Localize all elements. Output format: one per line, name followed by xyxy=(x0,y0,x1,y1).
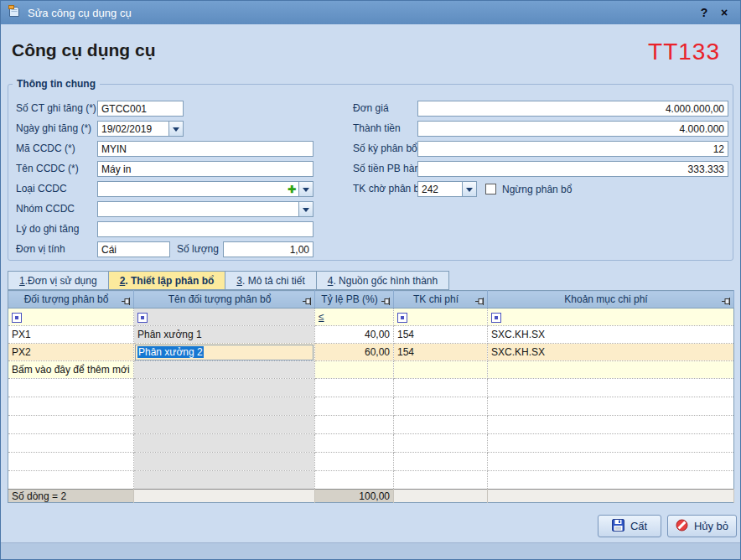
so-ky-input[interactable] xyxy=(417,141,728,157)
save-button[interactable]: Cất xyxy=(598,515,661,537)
cell-ten-doi-tuong-editing[interactable]: Phân xưởng 2 xyxy=(134,344,315,361)
chevron-down-icon[interactable] xyxy=(462,182,476,196)
edit-tool-dialog: Sửa công cụ dụng cụ ? × Công cụ dụng cụ … xyxy=(0,0,741,560)
date-combo[interactable] xyxy=(97,121,184,137)
ly-do-input[interactable] xyxy=(97,221,314,237)
cell-ten-doi-tuong[interactable]: Phân xưởng 1 xyxy=(134,326,315,344)
don-vi-tinh-input[interactable] xyxy=(97,241,170,257)
add-new-icon[interactable]: ✚ xyxy=(285,184,298,194)
ngay-label: Ngày ghi tăng (*) xyxy=(16,121,91,137)
filter-icon[interactable] xyxy=(491,313,501,323)
add-new-cell[interactable] xyxy=(394,361,488,379)
save-button-label: Cất xyxy=(630,520,647,532)
filter-icon[interactable] xyxy=(397,313,407,323)
cell-doi-tuong[interactable]: PX2 xyxy=(8,344,134,361)
pin-icon[interactable] xyxy=(381,296,391,308)
cell-tk-chi-phi[interactable]: 154 xyxy=(394,326,488,344)
add-new-cell[interactable] xyxy=(488,361,734,379)
total-ratio: 100,00 xyxy=(315,490,394,503)
pin-icon[interactable] xyxy=(722,296,731,308)
column-header-khoan-muc[interactable]: Khoản mục chi phí xyxy=(488,291,734,309)
inline-edit-box[interactable]: Phân xưởng 2 xyxy=(135,345,314,360)
thanh-tien-label: Thành tiền xyxy=(353,121,401,137)
table-footer-row: Số dòng = 2 100,00 xyxy=(8,490,734,503)
close-button[interactable]: × xyxy=(717,1,732,24)
empty-row xyxy=(8,453,734,471)
so-tien-pb-input[interactable] xyxy=(417,161,728,177)
tt133-badge: TT133 xyxy=(648,39,720,65)
cell-ty-le[interactable]: 60,00 xyxy=(315,344,394,361)
row-count: Số dòng = 2 xyxy=(8,490,134,503)
cell-doi-tuong[interactable]: PX1 xyxy=(8,326,134,344)
so-luong-input[interactable] xyxy=(223,241,314,257)
ngung-phan-bo-label: Ngừng phân bổ xyxy=(502,184,572,195)
cell-tk-chi-phi[interactable]: 154 xyxy=(394,344,488,361)
filter-icon[interactable] xyxy=(12,313,22,323)
page-title: Công cụ dụng cụ xyxy=(12,40,155,60)
cancel-button-label: Hủy bỏ xyxy=(694,520,728,532)
titlebar: Sửa công cụ dụng cụ ? × xyxy=(1,1,740,24)
date-input[interactable] xyxy=(98,122,168,136)
add-new-cell[interactable]: Bấm vào đây để thêm mới xyxy=(8,361,134,379)
nhom-ccdc-combo[interactable] xyxy=(97,201,314,217)
loai-ccdc-label: Loại CCDC xyxy=(16,181,67,197)
nhom-ccdc-input[interactable] xyxy=(98,202,298,216)
don-gia-input[interactable] xyxy=(417,101,728,117)
floppy-disk-icon xyxy=(612,519,624,534)
table-row: PX1 Phân xưởng 1 40,00 154 SXC.KH.SX xyxy=(8,326,734,344)
ma-ccdc-input[interactable] xyxy=(97,141,314,157)
ma-ccdc-label: Mã CCDC (*) xyxy=(16,141,75,157)
filter-row: ≤ xyxy=(8,309,734,326)
tab-nguon-goc-hinh-thanh[interactable]: 4. Nguồn gốc hình thành xyxy=(316,271,449,290)
tab-mo-ta-chi-tiet[interactable]: 3. Mô tả chi tiết xyxy=(225,271,315,290)
empty-row xyxy=(8,416,734,434)
help-button[interactable]: ? xyxy=(697,1,712,24)
chevron-down-icon[interactable] xyxy=(168,122,183,136)
pin-icon[interactable] xyxy=(303,296,312,308)
so-ct-label: Số CT ghi tăng (*) xyxy=(16,101,96,117)
thanh-tien-input[interactable] xyxy=(417,121,728,137)
filter-icon[interactable] xyxy=(137,313,148,323)
allocation-table: Đối tượng phân bổ Tên đối tượng phân bổ … xyxy=(8,290,734,503)
ngung-phan-bo-checkbox[interactable] xyxy=(485,184,496,194)
filter-cell[interactable] xyxy=(134,309,315,326)
tk-cho-combo[interactable] xyxy=(417,181,477,197)
selected-text: Phân xưởng 2 xyxy=(137,346,204,358)
column-header-ty-le-pb[interactable]: Tỷ lệ PB (%) xyxy=(315,291,394,309)
don-vi-tinh-label: Đơn vị tính xyxy=(16,241,65,257)
tk-cho-input[interactable] xyxy=(418,182,462,196)
loai-ccdc-combo[interactable]: ✚ xyxy=(97,181,314,197)
so-luong-label: Số lượng xyxy=(177,241,219,257)
chevron-down-icon[interactable] xyxy=(298,202,313,216)
pin-icon[interactable] xyxy=(122,296,131,308)
cancel-button[interactable]: Hủy bỏ xyxy=(667,515,737,537)
ten-ccdc-input[interactable] xyxy=(97,161,314,177)
notebook-icon xyxy=(8,4,21,21)
filter-cell[interactable] xyxy=(394,309,488,326)
filter-cell[interactable] xyxy=(8,309,134,326)
tab-thiet-lap-phan-bo[interactable]: 2. Thiết lập phân bổ xyxy=(108,271,225,290)
bottom-strip xyxy=(1,542,740,560)
pin-icon[interactable] xyxy=(475,296,484,308)
cell-ty-le[interactable]: 40,00 xyxy=(315,326,394,344)
so-ct-input[interactable] xyxy=(97,101,184,117)
nhom-ccdc-label: Nhóm CCDC xyxy=(16,201,75,217)
add-new-cell[interactable] xyxy=(134,361,315,379)
table-header-row: Đối tượng phân bổ Tên đối tượng phân bổ … xyxy=(8,291,734,309)
cell-khoan-muc[interactable]: SXC.KH.SX xyxy=(488,326,734,344)
chevron-down-icon[interactable] xyxy=(298,182,313,196)
tab-don-vi-su-dung[interactable]: 1.Đơn vị sử dụng xyxy=(8,271,108,290)
tk-cho-label: TK chờ phân bổ xyxy=(353,181,425,197)
cell-khoan-muc[interactable]: SXC.KH.SX xyxy=(488,344,734,361)
filter-cell[interactable] xyxy=(488,309,734,326)
empty-row xyxy=(8,397,734,416)
less-equal-operator[interactable]: ≤ xyxy=(319,311,324,323)
ten-ccdc-label: Tên CCDC (*) xyxy=(16,161,79,177)
filter-cell[interactable]: ≤ xyxy=(315,309,394,326)
column-header-ten-doi-tuong[interactable]: Tên đối tượng phân bổ xyxy=(134,291,315,309)
column-header-doi-tuong[interactable]: Đối tượng phân bổ xyxy=(8,291,134,309)
loai-ccdc-input[interactable] xyxy=(98,182,285,196)
add-new-cell[interactable] xyxy=(315,361,394,379)
tab-strip: 1.Đơn vị sử dụng 2. Thiết lập phân bổ 3.… xyxy=(8,271,449,290)
column-header-tk-chi-phi[interactable]: TK chi phí xyxy=(394,291,488,309)
